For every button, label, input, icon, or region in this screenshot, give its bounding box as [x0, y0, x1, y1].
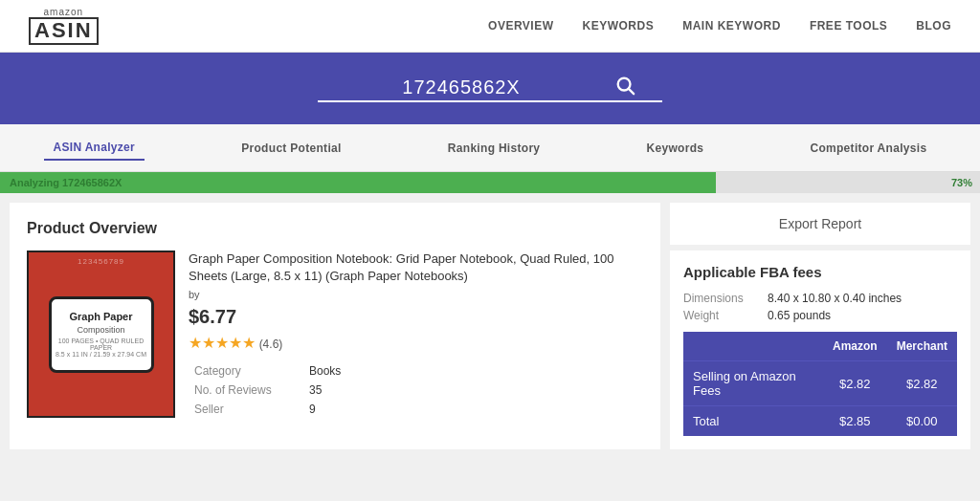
nav-keywords[interactable]: KEYWORDS [583, 19, 655, 33]
table-row: Seller 9 [189, 400, 643, 419]
fba-table-row-0: Selling on Amazon Fees $2.82 $2.82 [683, 361, 957, 406]
fba-table-row-1: Total $2.85 $0.00 [683, 406, 957, 437]
field-label-1: No. of Reviews [189, 381, 303, 400]
fba-row-label-1: Total [683, 406, 823, 437]
fba-meta: Dimensions 8.40 x 10.80 x 0.40 inches We… [683, 292, 957, 322]
product-name: Graph Paper Composition Notebook: Grid P… [189, 250, 643, 285]
product-image-title1: Graph Paper [69, 311, 132, 323]
product-overview: 123456789 Graph Paper Composition 100 PA… [27, 250, 643, 419]
field-value-1: 35 [303, 381, 643, 400]
fba-row-merchant-1: $0.00 [887, 406, 957, 437]
search-input[interactable] [318, 76, 605, 98]
product-image-subtitle: 100 PAGES • QUAD RULED PAPER8.5 x 11 IN … [56, 338, 147, 358]
tab-product-potential[interactable]: Product Potential [232, 137, 350, 160]
progress-bar-container: Analyzing 172465862X 73% [0, 172, 980, 193]
fba-row-amazon-1: $2.85 [823, 406, 887, 437]
fba-row-amazon-0: $2.82 [823, 361, 887, 406]
header: amazon ASIN OVERVIEW KEYWORDS MAIN KEYWO… [0, 0, 980, 53]
fba-table: Amazon Merchant Selling on Amazon Fees $… [683, 332, 957, 436]
fba-table-header-row: Amazon Merchant [683, 332, 957, 361]
product-table: Category Books No. of Reviews 35 Seller … [189, 361, 643, 419]
field-label-2: Seller [189, 400, 303, 419]
nav-main-keyword[interactable]: MAIN KEYWORD [682, 19, 781, 33]
fba-weight-row: Weight 0.65 pounds [683, 309, 957, 322]
tabs: ASIN Analyzer Product Potential Ranking … [0, 124, 980, 172]
nav-free-tools[interactable]: FREE TOOLS [810, 19, 887, 33]
logo-amazon-text: amazon [43, 7, 83, 17]
field-label-0: Category [189, 361, 303, 381]
search-container [318, 75, 662, 102]
fba-row-label-0: Selling on Amazon Fees [683, 361, 823, 406]
search-bar [0, 53, 980, 124]
product-image-label: 123456789 [78, 257, 124, 266]
fba-section: Applicable FBA fees Dimensions 8.40 x 10… [670, 250, 970, 449]
search-icon [614, 75, 635, 96]
product-image-inner: Graph Paper Composition 100 PAGES • QUAD… [49, 296, 154, 373]
fba-col-label-header [683, 332, 823, 361]
logo-asin-text: ASIN [29, 17, 99, 44]
fba-col-merchant-header: Merchant [887, 332, 957, 361]
product-image-box: 123456789 Graph Paper Composition 100 PA… [27, 250, 175, 418]
field-value-2: 9 [303, 400, 643, 419]
fba-weight-value: 0.65 pounds [768, 309, 831, 322]
nav: OVERVIEW KEYWORDS MAIN KEYWORD FREE TOOL… [488, 19, 951, 33]
fba-weight-label: Weight [683, 309, 760, 322]
fba-col-amazon-header: Amazon [823, 332, 887, 361]
progress-label: Analyzing 172465862X [10, 177, 122, 188]
product-image-title2: Composition [77, 325, 124, 335]
main-content: Product Overview 123456789 Graph Paper C… [0, 193, 980, 449]
progress-percent: 73% [951, 177, 972, 188]
fba-dimensions-value: 8.40 x 10.80 x 0.40 inches [768, 292, 902, 305]
product-price: $6.77 [189, 306, 643, 328]
field-value-0: Books [303, 361, 643, 381]
tab-competitor-analysis[interactable]: Competitor Analysis [800, 137, 936, 160]
table-row: Category Books [189, 361, 643, 381]
fba-dimensions-row: Dimensions 8.40 x 10.80 x 0.40 inches [683, 292, 957, 305]
tab-keywords[interactable]: Keywords [637, 137, 714, 160]
nav-overview[interactable]: OVERVIEW [488, 19, 553, 33]
product-rating: ★★★★★ (4.6) [189, 334, 643, 352]
svg-line-1 [629, 89, 634, 94]
product-by: by [189, 289, 643, 300]
product-stars: ★★★★★ [189, 335, 256, 351]
product-rating-count: (4.6) [259, 338, 283, 351]
tab-ranking-history[interactable]: Ranking History [438, 137, 550, 160]
tab-asin-analyzer[interactable]: ASIN Analyzer [44, 136, 145, 161]
right-panel: Export Report Applicable FBA fees Dimens… [670, 203, 970, 449]
left-panel: Product Overview 123456789 Graph Paper C… [10, 203, 660, 449]
fba-title: Applicable FBA fees [683, 264, 957, 280]
product-details: Graph Paper Composition Notebook: Grid P… [189, 250, 643, 419]
nav-blog[interactable]: BLOG [916, 19, 951, 33]
search-button[interactable] [614, 75, 635, 100]
table-row: No. of Reviews 35 [189, 381, 643, 400]
section-title-product-overview: Product Overview [27, 220, 643, 237]
fba-dimensions-label: Dimensions [683, 292, 760, 305]
fba-row-merchant-0: $2.82 [887, 361, 957, 406]
logo: amazon ASIN [29, 7, 99, 44]
export-report-button[interactable]: Export Report [670, 203, 970, 245]
